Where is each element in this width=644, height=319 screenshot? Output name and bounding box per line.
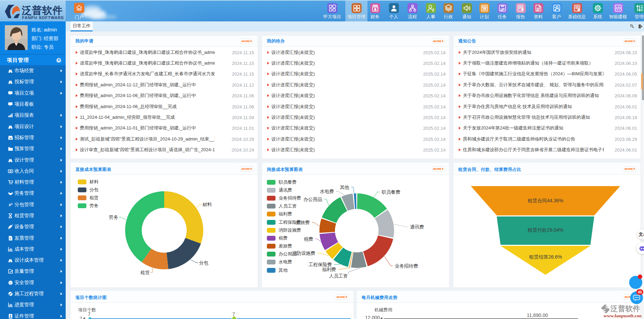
- svg-text:租赁: 租赁: [140, 270, 150, 275]
- svg-text:租赁结算26.6%: 租赁结算26.6%: [529, 254, 562, 260]
- svg-text:FANPU SOFTWARE: FANPU SOFTWARE: [22, 16, 64, 20]
- svg-text:www.fanpusoft.com: www.fanpusoft.com: [604, 313, 641, 318]
- svg-text:福利费: 福利费: [322, 267, 336, 272]
- svg-text:消防设施费: 消防设施费: [292, 251, 316, 256]
- svg-text:税费: 税费: [304, 236, 313, 242]
- svg-text:办公用品: 办公用品: [304, 197, 322, 202]
- svg-text:分包: 分包: [199, 260, 208, 265]
- svg-text:材料: 材料: [202, 202, 212, 207]
- svg-text:业务招待费: 业务招待费: [395, 263, 418, 269]
- svg-text:泛普软件: 泛普软件: [610, 304, 641, 313]
- svg-text:通讯费: 通讯费: [410, 224, 424, 230]
- svg-text:差旅费: 差旅费: [296, 220, 310, 225]
- svg-text:人员工资: 人员工资: [329, 273, 348, 279]
- svg-text:劳务: 劳务: [109, 215, 119, 220]
- svg-text:职员餐费: 职员餐费: [382, 190, 400, 195]
- svg-text:泛普软件: 泛普软件: [21, 5, 63, 16]
- svg-text:其他: 其他: [340, 185, 349, 190]
- svg-text:工程保险费: 工程保险费: [309, 262, 332, 267]
- svg-text:租赁付款29.04%: 租赁付款29.04%: [528, 227, 563, 233]
- svg-text:水电费: 水电费: [320, 189, 334, 194]
- svg-text:租赁合同44.36%: 租赁合同44.36%: [528, 198, 563, 203]
